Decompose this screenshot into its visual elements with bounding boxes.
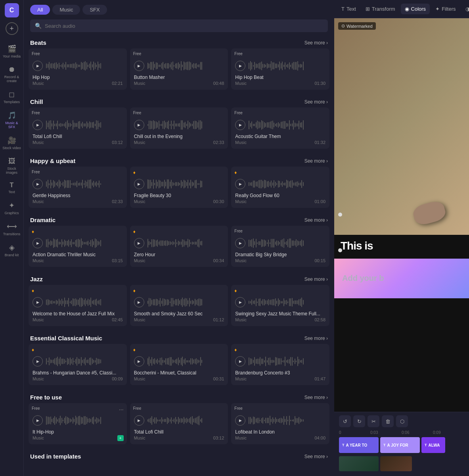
track-card-fragile-beauty[interactable]: ♦▶Fragile Beauty 30Music00:30 [130,167,228,208]
track-card-acoustic-guitar[interactable]: Free▶Acoustic Guitar ThemMusic01:32 [231,107,329,149]
track-card-house-of-jazz[interactable]: ♦▶Welcome to the House of Jazz Full MixM… [29,285,127,326]
track-card-smoky-jazz[interactable]: ♦▶Smooth and Smoky Jazz 60 SecMusic01:12 [130,285,228,326]
play-button[interactable]: ▶ [235,238,245,248]
search-input[interactable] [45,23,323,29]
timeline-track-b[interactable]: T A JOY FOR [380,437,420,453]
sidebar-item-your-media[interactable]: 🎬 Your media [0,41,23,61]
track-card-total-lofi-chill-2[interactable]: Free▶Total Lofi ChillMusic03:12 [130,403,228,444]
track-type: Music [235,199,247,204]
undo-button[interactable]: ↺ [339,415,351,427]
track-card-brandenburg[interactable]: ♦▶Brandenburg Concerto #3Music01:47 [231,344,329,385]
tab-filters[interactable]: ✦ Filters [431,4,459,14]
track-card-total-lofi-chill[interactable]: Free▶Total Lofi ChillMusic03:12 [29,107,127,149]
sidebar-item-music-sfx[interactable]: 🎵 Music & SFX [0,108,23,132]
export-button[interactable]: ⬡ [396,415,408,427]
play-button[interactable]: ▶ [33,120,43,130]
play-button[interactable]: ▶ [33,415,43,426]
ruler-3: 0:09 [433,430,464,435]
add-button[interactable]: + [6,22,18,35]
track-duration: 01:32 [314,140,325,145]
see-more-jazz[interactable]: See more › [304,276,328,282]
tab-sfx[interactable]: SFX [82,5,107,15]
play-button[interactable]: ▶ [134,61,144,71]
sidebar-item-stock-video[interactable]: 🎥 Stock video [0,133,23,153]
play-button[interactable]: ▶ [33,179,43,189]
see-more-happy-upbeat[interactable]: See more › [304,158,328,164]
track-card-action-dramatic[interactable]: ♦▶Action Dramatic Thriller MusicMusic03:… [29,226,127,267]
section-header-beats: Beats See more › [29,37,329,48]
tab-text[interactable]: T Text [337,4,360,14]
tab-music[interactable]: Music [52,5,80,15]
play-button[interactable]: ▶ [134,297,144,307]
section-header-chill: Chill See more › [29,96,329,107]
track-name: Dramatic Big Sky Bridge [235,252,325,257]
tab-more[interactable]: ◑ [461,4,469,14]
track-card-swinging-sexy-jazz[interactable]: ♦▶Swinging Sexy Jazz Music Theme Full...… [231,285,329,326]
play-button[interactable]: ▶ [134,415,144,426]
sidebar-item-text[interactable]: T Text [0,178,23,197]
timeline-buttons: ↺ ↻ ✂ 🗑 ⬡ [339,415,464,427]
section-dramatic: Dramatic See more › ♦▶Action Dramatic Th… [29,214,329,267]
sidebar-item-record-create[interactable]: ⏺ Record & create [0,62,23,86]
see-more-classical[interactable]: See more › [304,336,328,341]
track-card-gentle-happiness[interactable]: Free▶Gentle HappinessMusic02:33 [29,167,127,208]
waveform-row: ▶ [235,238,325,249]
play-button[interactable]: ▶ [235,61,245,71]
play-button[interactable]: ▶ [33,297,43,307]
play-button[interactable]: ▶ [235,297,245,307]
sidebar-item-brand-kit[interactable]: ◈ Brand kit [0,240,23,260]
drag-handle-2[interactable] [338,248,342,252]
see-more-beats[interactable]: See more › [304,40,328,46]
play-button[interactable]: ▶ [134,120,144,130]
drag-handle-1[interactable] [338,213,342,217]
see-more-chill[interactable]: See more › [304,99,328,105]
play-button[interactable]: ▶ [33,356,43,367]
track-options-button[interactable]: ··· [119,406,124,413]
preview-subtitle: Add your b [339,272,387,284]
track-card-dramatic-big-sky[interactable]: Free▶Dramatic Big Sky BridgeMusic00:15 [231,226,329,267]
track-card-lofibeat-london[interactable]: Free▶Lofibeat In LondonMusic04:00 [231,403,329,444]
waveform-row: ▶ [134,119,224,131]
play-button[interactable]: ▶ [235,415,245,426]
track-meta: Music03:12 [33,140,123,145]
timeline-video-1[interactable] [339,456,379,471]
track-meta: Music00:15 [235,258,325,263]
see-more-used-in-templates[interactable]: See more › [304,454,328,459]
play-button[interactable]: ▶ [33,61,43,71]
track-card-hip-hop-beat[interactable]: Free▶Hip Hop BeatMusic01:30 [231,48,329,90]
sidebar-item-stock-images[interactable]: 🖼 Stock images [0,154,23,178]
sidebar-item-templates[interactable]: ◻ Templates [0,87,23,107]
play-button[interactable]: ▶ [33,238,43,248]
tab-colors[interactable]: ◉ Colors [401,4,430,14]
tab-transform[interactable]: ⊞ Transform [362,4,399,14]
free-badge: Free [32,52,40,56]
redo-button[interactable]: ↻ [353,415,365,427]
sidebar-item-transitions[interactable]: ⟷ Transitions [0,219,23,239]
timeline-track-c[interactable]: T ALWA [421,437,445,453]
track-duration: 04:00 [314,436,325,440]
see-more-free-to-use[interactable]: See more › [304,395,328,400]
track-card-zero-hour[interactable]: ♦▶Zero HourMusic00:34 [130,226,228,267]
play-button[interactable]: ▶ [134,238,144,248]
track-card-it-hip-hop[interactable]: Free···▶It Hip-HopMusic+ [29,403,127,444]
track-card-chill-out-evening[interactable]: Free▶Chill out in the EveningMusic02:33 [130,107,228,149]
transform-tab-label: Transform [372,6,395,12]
track-card-hip-hop[interactable]: Free▶Hip HopMusic02:21 [29,48,127,90]
tab-all[interactable]: All [30,5,50,15]
play-button[interactable]: ▶ [235,120,245,130]
track-card-button-masher[interactable]: Free▶Button MasherMusic00:48 [130,48,228,90]
timeline-track-a[interactable]: T A YEAR TO [339,437,379,453]
play-button[interactable]: ▶ [134,179,144,189]
cut-button[interactable]: ✂ [368,415,379,427]
delete-button[interactable]: 🗑 [382,415,394,427]
track-card-brahms[interactable]: ♦▶Brahms - Hungarian Dance #5, Classi...… [29,344,127,385]
track-card-boccherini[interactable]: ♦▶Boccherini - Minuet, ClassicalMusic00:… [130,344,228,385]
section-title-beats: Beats [30,39,46,46]
play-button[interactable]: ▶ [134,356,144,367]
sidebar-item-graphics[interactable]: ✦ Graphics [0,198,23,218]
see-more-dramatic[interactable]: See more › [304,217,328,223]
timeline-video-2[interactable] [380,456,412,471]
play-button[interactable]: ▶ [235,356,245,367]
track-card-really-good-flow[interactable]: ♦▶Really Good Flow 60Music01:00 [231,167,329,208]
play-button[interactable]: ▶ [235,179,245,189]
